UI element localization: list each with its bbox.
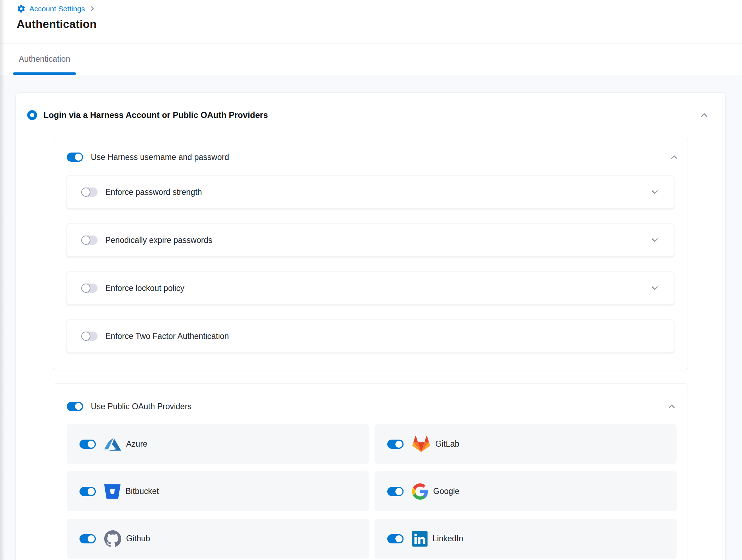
- row-enforce-two-factor-authentication: Enforce Two Factor Authentication: [67, 320, 674, 353]
- provider-label: LinkedIn: [432, 534, 463, 543]
- provider-label: Bitbucket: [125, 487, 159, 496]
- github-icon: [104, 530, 121, 547]
- provider-tile-gitlab: GitLab: [375, 424, 677, 464]
- toggle-knob: [74, 153, 83, 162]
- google-icon: [412, 483, 428, 500]
- provider-label: Azure: [126, 439, 147, 449]
- chevron-down-icon[interactable]: [650, 235, 660, 245]
- breadcrumb: Account Settings: [17, 4, 742, 14]
- toggle-knob: [81, 187, 90, 197]
- azure-icon: [104, 436, 121, 453]
- provider-label: GitLab: [435, 439, 459, 449]
- provider-label: Google: [433, 487, 459, 496]
- section-label: Use Harness username and password: [91, 153, 229, 162]
- toggle-bitbucket[interactable]: [80, 487, 96, 496]
- providers-grid: Azure GitLab Bitbucket: [67, 424, 677, 559]
- toggle-knob: [81, 284, 90, 293]
- authentication-card: Login via a Harness Account or Public OA…: [16, 93, 725, 560]
- toggle-google[interactable]: [387, 487, 404, 496]
- toggle-enforce-lockout-policy[interactable]: [81, 284, 98, 293]
- row-enforce-password-strength: Enforce password strength: [67, 175, 674, 209]
- toggle-knob: [394, 487, 404, 496]
- breadcrumb-link-account-settings[interactable]: Account Settings: [29, 5, 85, 13]
- chevron-up-icon[interactable]: [667, 401, 677, 411]
- toggle-knob: [394, 534, 404, 543]
- toggle-enforce-password-strength[interactable]: [81, 187, 98, 197]
- tab-label: Authentication: [19, 54, 70, 64]
- toggle-gitlab[interactable]: [387, 440, 404, 449]
- login-option-radio[interactable]: [27, 110, 37, 120]
- toggle-knob: [74, 402, 83, 411]
- toggle-github[interactable]: [80, 534, 96, 543]
- page-header: Account Settings Authentication: [0, 0, 742, 43]
- toggle-knob: [87, 534, 96, 543]
- chevron-down-icon[interactable]: [650, 283, 660, 293]
- row-label: Periodically expire passwords: [105, 236, 212, 245]
- provider-tile-google: Google: [375, 471, 677, 511]
- page-title: Authentication: [17, 18, 742, 31]
- toggle-knob: [81, 236, 90, 245]
- toggle-knob: [87, 440, 96, 449]
- toggle-enforce-two-factor-authentication[interactable]: [81, 332, 98, 341]
- row-periodically-expire-passwords: Periodically expire passwords: [67, 224, 674, 257]
- tab-bar: Authentication: [0, 43, 742, 75]
- chevron-right-icon: [89, 5, 96, 12]
- tab-authentication[interactable]: Authentication: [13, 43, 76, 75]
- username-password-header: Use Harness username and password: [67, 152, 679, 162]
- row-label: Enforce lockout policy: [105, 284, 184, 293]
- toggle-periodically-expire-passwords[interactable]: [81, 236, 98, 245]
- toggle-azure[interactable]: [80, 440, 96, 449]
- toggle-linkedin[interactable]: [387, 534, 404, 543]
- gear-icon: [17, 4, 26, 13]
- chevron-up-icon[interactable]: [669, 152, 679, 162]
- toggle-use-harness-username-password[interactable]: [67, 153, 83, 162]
- linkedin-icon: [412, 531, 428, 547]
- bitbucket-icon: [104, 483, 120, 500]
- row-label: Enforce Two Factor Authentication: [105, 332, 229, 341]
- content-area: Login via a Harness Account or Public OA…: [0, 75, 742, 560]
- login-option-label: Login via a Harness Account or Public OA…: [43, 110, 268, 120]
- toggle-use-public-oauth-providers[interactable]: [67, 402, 83, 411]
- login-option-row: Login via a Harness Account or Public OA…: [16, 110, 725, 120]
- provider-tile-bitbucket: Bitbucket: [67, 471, 369, 511]
- row-enforce-lockout-policy: Enforce lockout policy: [67, 272, 674, 305]
- toggle-knob: [87, 487, 96, 496]
- provider-tile-azure: Azure: [67, 424, 369, 464]
- oauth-providers-header: Use Public OAuth Providers: [67, 401, 677, 411]
- toggle-knob: [394, 440, 404, 449]
- provider-tile-linkedin: LinkedIn: [375, 519, 677, 559]
- password-policy-rows: Enforce password strength Periodically e…: [67, 175, 679, 353]
- provider-tile-github: Github: [67, 519, 369, 559]
- toggle-knob: [81, 332, 90, 341]
- chevron-down-icon[interactable]: [650, 187, 660, 197]
- oauth-providers-section: Use Public OAuth Providers Azure: [53, 383, 688, 560]
- username-password-section: Use Harness username and password Enforc…: [53, 138, 688, 370]
- provider-label: Github: [126, 534, 150, 543]
- chevron-up-icon[interactable]: [699, 110, 709, 120]
- row-label: Enforce password strength: [105, 187, 202, 197]
- gitlab-icon: [412, 435, 430, 453]
- section-label: Use Public OAuth Providers: [91, 402, 192, 411]
